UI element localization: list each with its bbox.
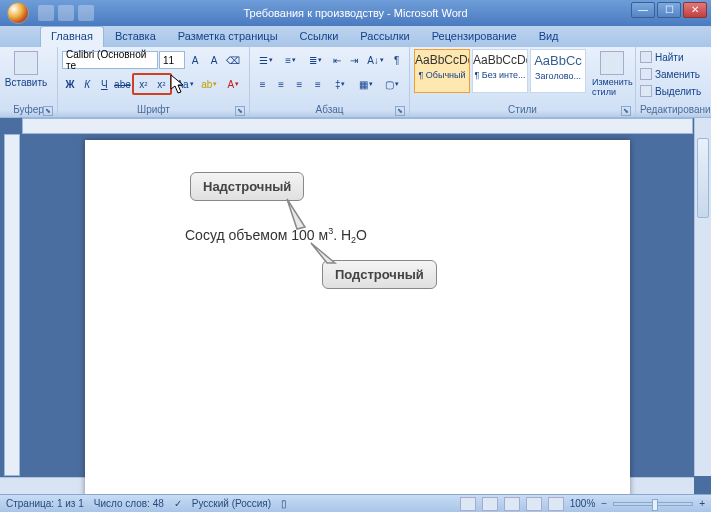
zoom-slider[interactable] (613, 502, 693, 506)
tab-references[interactable]: Ссылки (289, 26, 350, 47)
tab-home[interactable]: Главная (40, 26, 104, 47)
change-styles-button[interactable]: Изменить стили (590, 49, 635, 99)
paste-label: Вставить (5, 77, 47, 88)
status-page[interactable]: Страница: 1 из 1 (6, 498, 84, 509)
multilevel-button[interactable]: ≣ (304, 51, 328, 69)
find-button[interactable]: Найти (640, 49, 704, 65)
group-paragraph: ☰ ≡ ≣ ⇤ ⇥ A↓ ¶ ≡ ≡ ≡ ≡ ‡ ▦ ▢ Абзац⬊ (250, 47, 410, 117)
quick-access-toolbar (38, 5, 94, 21)
outdent-button[interactable]: ⇤ (328, 51, 345, 69)
callout-superscript-label: Надстрочный (203, 179, 291, 194)
callout-subscript: Подстрочный (322, 260, 437, 289)
zoom-out-button[interactable]: − (601, 498, 607, 509)
group-styles: AaBbCcDd¶ Обычный AaBbCcDd¶ Без инте... … (410, 47, 636, 117)
titlebar: Требования к производству - Microsoft Wo… (0, 0, 711, 26)
status-language[interactable]: Русский (Россия) (192, 498, 271, 509)
pilcrow-button[interactable]: ¶ (388, 51, 405, 69)
ribbon-tabs: Главная Вставка Разметка страницы Ссылки… (0, 26, 711, 47)
superscript-button[interactable]: x2 (152, 75, 170, 93)
select-button[interactable]: Выделить (640, 83, 704, 99)
indent-button[interactable]: ⇥ (346, 51, 363, 69)
bold-button[interactable]: Ж (62, 75, 78, 93)
strike-button[interactable]: abe (113, 75, 131, 93)
maximize-button[interactable]: ☐ (657, 2, 681, 18)
font-size-combo[interactable]: 11 (159, 51, 185, 69)
grow-font-button[interactable]: A (186, 51, 204, 69)
tab-insert[interactable]: Вставка (104, 26, 167, 47)
callout-superscript: Надстрочный (190, 172, 304, 201)
view-outline-button[interactable] (526, 497, 542, 511)
style-nospacing[interactable]: AaBbCcDd¶ Без инте... (472, 49, 528, 93)
office-button[interactable] (0, 0, 36, 26)
change-styles-icon (600, 51, 624, 75)
qat-undo-icon[interactable] (58, 5, 74, 21)
find-icon (640, 51, 652, 63)
replace-icon (640, 68, 652, 80)
align-right-button[interactable]: ≡ (291, 75, 308, 93)
clipboard-dialog-launcher[interactable]: ⬊ (43, 106, 53, 116)
borders-button[interactable]: ▢ (380, 75, 405, 93)
select-icon (640, 85, 652, 97)
view-draft-button[interactable] (548, 497, 564, 511)
sort-button[interactable]: A↓ (364, 51, 388, 69)
vertical-ruler[interactable] (4, 134, 20, 476)
change-case-button[interactable]: Aa (173, 75, 196, 93)
underline-button[interactable]: Ч (96, 75, 112, 93)
document-page[interactable]: Сосуд объемом 100 м3. H2O Надстрочный По… (85, 140, 630, 494)
zoom-in-button[interactable]: + (699, 498, 705, 509)
font-name-combo[interactable]: Calibri (Основной те (62, 51, 158, 69)
group-editing-label: Редактирование (640, 103, 704, 117)
italic-button[interactable]: К (79, 75, 95, 93)
zoom-level[interactable]: 100% (570, 498, 596, 509)
doc-text-2: . H (333, 227, 351, 243)
statusbar: Страница: 1 из 1 Число слов: 48 ✓ Русски… (0, 494, 711, 512)
status-spellcheck-icon[interactable]: ✓ (174, 498, 182, 509)
status-wordcount[interactable]: Число слов: 48 (94, 498, 164, 509)
align-center-button[interactable]: ≡ (272, 75, 289, 93)
group-clipboard-label: Буфер обмена⬊ (4, 103, 53, 117)
window-title: Требования к производству - Microsoft Wo… (243, 7, 467, 19)
minimize-button[interactable]: — (631, 2, 655, 18)
change-styles-label: Изменить стили (592, 77, 633, 97)
vertical-scrollbar[interactable] (694, 118, 711, 476)
styles-dialog-launcher[interactable]: ⬊ (621, 106, 631, 116)
group-editing: Найти Заменить Выделить Редактирование (636, 47, 708, 117)
tab-view[interactable]: Вид (528, 26, 570, 47)
numbering-button[interactable]: ≡ (279, 51, 303, 69)
qat-save-icon[interactable] (38, 5, 54, 21)
bullets-button[interactable]: ☰ (254, 51, 278, 69)
style-normal[interactable]: AaBbCcDd¶ Обычный (414, 49, 470, 93)
horizontal-ruler[interactable] (22, 118, 693, 134)
style-heading1[interactable]: AaBbCcЗаголово... (530, 49, 586, 93)
align-left-button[interactable]: ≡ (254, 75, 271, 93)
replace-button[interactable]: Заменить (640, 66, 704, 82)
ribbon: Вставить Буфер обмена⬊ Calibri (Основной… (0, 47, 711, 118)
line-spacing-button[interactable]: ‡ (328, 75, 353, 93)
shrink-font-button[interactable]: A (205, 51, 223, 69)
status-insert-icon[interactable]: ▯ (281, 498, 287, 509)
group-paragraph-label: Абзац⬊ (254, 103, 405, 117)
group-font-label: Шрифт⬊ (62, 103, 245, 117)
scrollbar-thumb[interactable] (697, 138, 709, 218)
group-clipboard: Вставить Буфер обмена⬊ (0, 47, 58, 117)
view-web-button[interactable] (504, 497, 520, 511)
view-fullscreen-button[interactable] (482, 497, 498, 511)
group-styles-label: Стили⬊ (414, 103, 631, 117)
zoom-slider-thumb[interactable] (652, 499, 658, 511)
tab-layout[interactable]: Разметка страницы (167, 26, 289, 47)
highlight-color-button[interactable]: ab (198, 75, 221, 93)
tab-mailings[interactable]: Рассылки (349, 26, 420, 47)
subscript-button[interactable]: x2 (134, 75, 152, 93)
paragraph-dialog-launcher[interactable]: ⬊ (395, 106, 405, 116)
tab-review[interactable]: Рецензирование (421, 26, 528, 47)
close-button[interactable]: ✕ (683, 2, 707, 18)
shading-button[interactable]: ▦ (354, 75, 379, 93)
view-printlayout-button[interactable] (460, 497, 476, 511)
qat-redo-icon[interactable] (78, 5, 94, 21)
clear-format-button[interactable]: ⌫ (224, 51, 242, 69)
justify-button[interactable]: ≡ (309, 75, 326, 93)
font-dialog-launcher[interactable]: ⬊ (235, 106, 245, 116)
font-color-button[interactable]: A (222, 75, 245, 93)
paste-button[interactable]: Вставить (4, 49, 48, 90)
style-gallery: AaBbCcDd¶ Обычный AaBbCcDd¶ Без инте... … (414, 49, 586, 93)
